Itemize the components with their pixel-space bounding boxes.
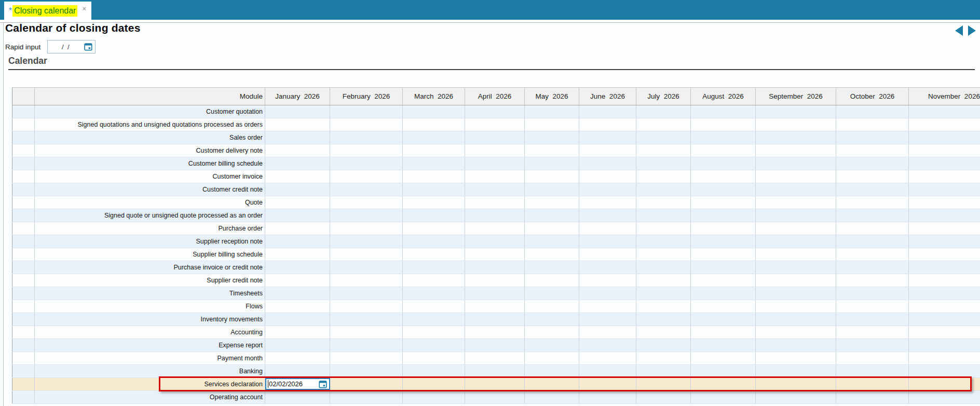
closing-date-cell[interactable] (756, 222, 836, 235)
closing-date-cell[interactable] (330, 170, 403, 183)
closing-date-cell[interactable] (403, 183, 465, 196)
closing-date-cell[interactable] (330, 144, 403, 157)
closing-date-cell[interactable] (909, 196, 980, 209)
closing-date-cell[interactable] (579, 209, 636, 222)
closing-date-cell[interactable] (525, 131, 579, 144)
closing-date-cell[interactable] (756, 157, 836, 170)
closing-date-cell[interactable] (579, 196, 636, 209)
closing-date-cell[interactable] (525, 365, 579, 378)
closing-date-cell[interactable] (836, 222, 909, 235)
closing-date-cell[interactable] (403, 105, 465, 118)
closing-date-cell[interactable] (691, 391, 756, 404)
closing-date-cell[interactable] (579, 170, 636, 183)
rapid-input-field[interactable]: / / (47, 40, 96, 53)
closing-date-cell[interactable] (756, 131, 836, 144)
closing-date-cell[interactable] (636, 222, 691, 235)
closing-date-cell[interactable] (636, 118, 691, 131)
closing-date-cell[interactable] (579, 118, 636, 131)
closing-date-cell[interactable] (579, 287, 636, 300)
closing-date-cell[interactable] (403, 274, 465, 287)
closing-date-cell[interactable] (691, 170, 756, 183)
closing-date-cell[interactable] (265, 209, 330, 222)
closing-date-cell[interactable] (836, 365, 909, 378)
closing-date-cell[interactable] (909, 261, 980, 274)
closing-date-cell[interactable] (525, 235, 579, 248)
closing-date-cell[interactable] (909, 118, 980, 131)
closing-date-cell[interactable] (909, 170, 980, 183)
closing-date-cell[interactable] (265, 222, 330, 235)
closing-date-cell[interactable] (330, 248, 403, 261)
closing-date-cell[interactable] (330, 313, 403, 326)
closing-date-cell[interactable] (525, 274, 579, 287)
tab-closing-calendar[interactable]: * Closing calendar × (4, 2, 91, 20)
closing-date-cell[interactable] (691, 326, 756, 339)
closing-date-cell[interactable] (636, 157, 691, 170)
closing-date-cell[interactable] (691, 144, 756, 157)
closing-date-cell[interactable] (756, 287, 836, 300)
closing-date-cell[interactable] (836, 352, 909, 365)
closing-date-cell[interactable] (465, 352, 525, 365)
closing-date-cell[interactable] (636, 261, 691, 274)
closing-date-cell[interactable] (465, 222, 525, 235)
closing-date-cell[interactable] (579, 235, 636, 248)
closing-date-cell[interactable] (525, 196, 579, 209)
close-icon[interactable]: × (82, 5, 86, 12)
closing-date-cell[interactable] (836, 274, 909, 287)
closing-date-cell[interactable] (836, 313, 909, 326)
next-record-icon[interactable] (968, 25, 976, 36)
closing-date-cell[interactable] (909, 157, 980, 170)
closing-date-cell[interactable] (909, 183, 980, 196)
closing-date-cell[interactable] (691, 261, 756, 274)
row-selector-cell[interactable] (12, 196, 35, 209)
closing-date-cell[interactable] (836, 235, 909, 248)
closing-date-cell[interactable] (330, 352, 403, 365)
row-selector-cell[interactable] (12, 391, 35, 404)
closing-date-cell[interactable] (465, 157, 525, 170)
closing-date-cell[interactable] (403, 235, 465, 248)
closing-date-cell[interactable] (330, 274, 403, 287)
closing-date-cell[interactable] (330, 378, 403, 391)
closing-date-cell[interactable] (330, 196, 403, 209)
closing-date-cell[interactable] (636, 144, 691, 157)
closing-date-cell[interactable] (465, 144, 525, 157)
closing-date-cell[interactable] (465, 326, 525, 339)
closing-date-cell[interactable] (403, 209, 465, 222)
closing-date-cell[interactable] (756, 144, 836, 157)
closing-date-cell[interactable] (465, 274, 525, 287)
closing-date-cell[interactable] (836, 209, 909, 222)
closing-date-cell[interactable] (909, 326, 980, 339)
row-selector-cell[interactable] (12, 326, 35, 339)
closing-date-cell[interactable] (909, 287, 980, 300)
closing-date-cell[interactable] (579, 352, 636, 365)
closing-date-cell[interactable] (636, 209, 691, 222)
closing-date-cell[interactable] (691, 274, 756, 287)
closing-date-cell[interactable] (525, 352, 579, 365)
closing-date-cell[interactable] (330, 365, 403, 378)
closing-date-cell[interactable] (691, 248, 756, 261)
closing-date-cell[interactable] (691, 365, 756, 378)
closing-date-cell[interactable] (836, 300, 909, 313)
closing-date-cell[interactable] (909, 144, 980, 157)
closing-date-cell[interactable] (756, 300, 836, 313)
closing-date-cell[interactable] (265, 274, 330, 287)
closing-date-cell[interactable] (756, 235, 836, 248)
closing-date-cell[interactable] (525, 248, 579, 261)
closing-date-cell[interactable] (465, 131, 525, 144)
closing-date-cell[interactable] (265, 144, 330, 157)
row-selector-cell[interactable] (12, 261, 35, 274)
row-selector-cell[interactable] (12, 170, 35, 183)
closing-date-cell[interactable] (265, 118, 330, 131)
closing-date-cell[interactable] (330, 209, 403, 222)
closing-date-cell[interactable] (691, 235, 756, 248)
closing-date-cell[interactable] (465, 235, 525, 248)
closing-date-cell[interactable] (909, 378, 980, 391)
closing-date-cell[interactable] (465, 118, 525, 131)
closing-date-cell[interactable] (265, 352, 330, 365)
closing-date-cell[interactable] (525, 222, 579, 235)
closing-date-cell[interactable] (579, 365, 636, 378)
closing-date-cell[interactable] (403, 352, 465, 365)
closing-date-cell[interactable] (465, 339, 525, 352)
closing-date-cell[interactable] (330, 339, 403, 352)
closing-date-cell[interactable] (756, 352, 836, 365)
closing-date-cell[interactable] (836, 118, 909, 131)
